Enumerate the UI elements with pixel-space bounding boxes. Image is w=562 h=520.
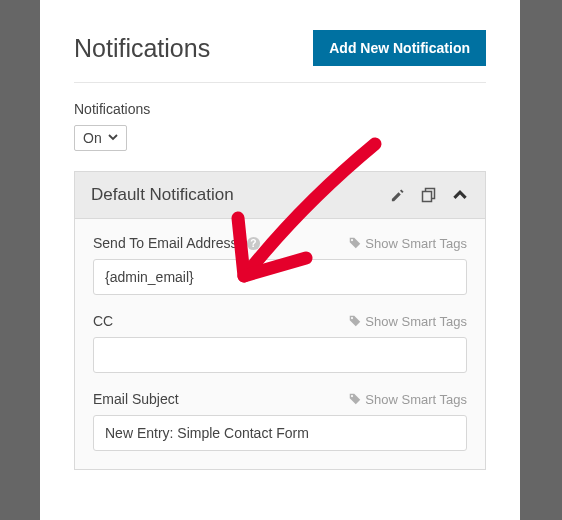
page-title: Notifications — [74, 34, 210, 63]
send-to-row: Send To Email Address ? Show Smart Tags — [93, 235, 467, 295]
notifications-toggle-label: Notifications — [74, 101, 486, 117]
panel-title: Default Notification — [91, 185, 234, 205]
svg-rect-1 — [423, 192, 432, 202]
settings-page: Notifications Add New Notification Notif… — [40, 0, 520, 520]
pencil-icon — [390, 188, 405, 203]
panel-header: Default Notification — [75, 172, 485, 219]
panel-actions — [388, 185, 469, 205]
subject-row: Email Subject Show Smart Tags — [93, 391, 467, 451]
send-to-label: Send To Email Address ? — [93, 235, 261, 251]
collapse-button[interactable] — [451, 186, 469, 204]
notifications-toggle-group: Notifications On — [74, 101, 486, 151]
copy-icon — [421, 187, 437, 203]
notifications-toggle-select[interactable]: On — [74, 125, 127, 151]
notification-panel: Default Notification — [74, 171, 486, 470]
add-new-notification-button[interactable]: Add New Notification — [313, 30, 486, 66]
chevron-up-icon — [453, 188, 467, 202]
cc-row: CC Show Smart Tags — [93, 313, 467, 373]
edit-button[interactable] — [388, 186, 407, 205]
duplicate-button[interactable] — [419, 185, 439, 205]
send-to-smart-tags[interactable]: Show Smart Tags — [349, 236, 467, 251]
cc-smart-tags[interactable]: Show Smart Tags — [349, 314, 467, 329]
tag-icon — [349, 237, 361, 249]
panel-body: Send To Email Address ? Show Smart Tags — [75, 219, 485, 451]
cc-input[interactable] — [93, 337, 467, 373]
subject-smart-tags[interactable]: Show Smart Tags — [349, 392, 467, 407]
cc-label: CC — [93, 313, 113, 329]
help-icon[interactable]: ? — [246, 236, 261, 251]
notifications-toggle-value: On — [83, 130, 102, 146]
subject-input[interactable] — [93, 415, 467, 451]
tag-icon — [349, 315, 361, 327]
svg-text:?: ? — [250, 238, 256, 249]
chevron-down-icon — [108, 132, 118, 144]
send-to-input[interactable] — [93, 259, 467, 295]
tag-icon — [349, 393, 361, 405]
page-header: Notifications Add New Notification — [74, 30, 486, 83]
subject-label: Email Subject — [93, 391, 179, 407]
